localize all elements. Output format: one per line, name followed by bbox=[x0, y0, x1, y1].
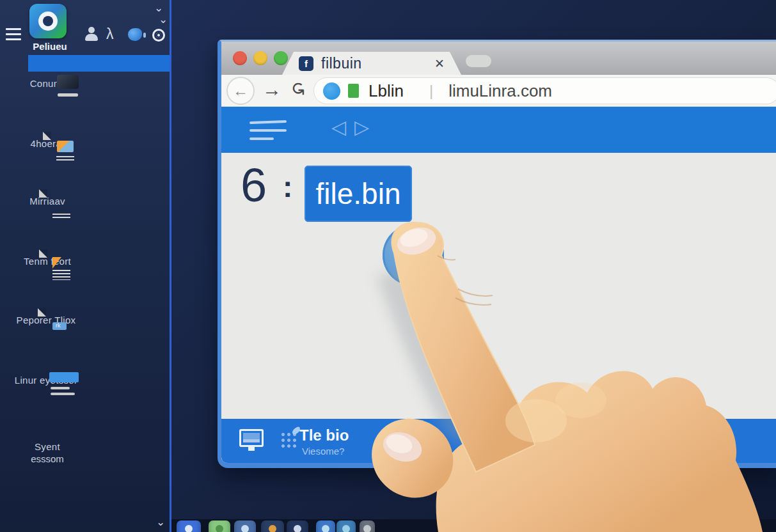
minimize-window-button[interactable] bbox=[253, 51, 267, 65]
target-icon[interactable] bbox=[152, 29, 165, 42]
tab-close-icon[interactable]: ✕ bbox=[434, 56, 445, 71]
maximize-window-button[interactable] bbox=[274, 51, 288, 65]
forward-button[interactable]: → bbox=[262, 79, 281, 100]
chevron-down-icon[interactable]: ⌄ bbox=[154, 5, 163, 12]
cursor-icon[interactable]: λ bbox=[106, 26, 114, 43]
desktop-icon-syent-esssom[interactable]: Syent esssom bbox=[0, 426, 99, 464]
app-launcher-icon bbox=[29, 4, 67, 38]
address-bar[interactable]: Lblin | limuLinra.com bbox=[313, 77, 776, 104]
sidebar-divider bbox=[170, 0, 171, 532]
location-drop-icon[interactable] bbox=[128, 28, 142, 41]
tab-favicon: f bbox=[299, 56, 313, 71]
desktop-icon-label: Mirriaav bbox=[0, 196, 99, 207]
menu-icon[interactable] bbox=[6, 28, 21, 43]
touch-point-indicator[interactable] bbox=[383, 224, 444, 286]
desktop-icon-label: Conunast bbox=[0, 78, 102, 89]
site-square-icon bbox=[348, 84, 359, 98]
previous-page-icon[interactable]: ◁ bbox=[331, 116, 346, 138]
file-bin-chip[interactable]: file.bin bbox=[305, 166, 412, 222]
desktop-icon-label: Linur eyetsser bbox=[0, 375, 97, 386]
refresh-button[interactable]: ↻ bbox=[287, 81, 308, 96]
statusbar-subtitle: Viesome? bbox=[302, 446, 344, 457]
app-launcher-label: Peliueu bbox=[29, 41, 70, 52]
next-page-icon[interactable]: ▷ bbox=[354, 116, 369, 138]
back-button[interactable]: ← bbox=[226, 77, 255, 105]
taskbar bbox=[171, 519, 776, 532]
browser-window: f filbuin ✕ ← → ↻ Lblin | limuLinra.com … bbox=[218, 40, 776, 468]
hamburger-menu-icon[interactable] bbox=[249, 121, 287, 146]
list-colon: : bbox=[283, 169, 292, 204]
taskbar-app-green-leaf[interactable] bbox=[209, 520, 230, 532]
desktop-icon-mirriaav[interactable]: Mirriaav bbox=[0, 180, 99, 207]
desktop-icon-label-line2: esssom bbox=[0, 453, 99, 464]
taskbar-app-teal[interactable] bbox=[337, 520, 356, 532]
desktop-icon-peporer-tliox[interactable]: Peporer Tliox bbox=[0, 299, 97, 325]
desktop-icon-label: 4hoerave bbox=[0, 138, 102, 149]
desktop-screen: Peliueu λ ⌄ ⌄ Conunast 4hoerave Mirriaav… bbox=[0, 0, 776, 532]
chevron-down-icon[interactable]: ⌄ bbox=[156, 519, 165, 526]
chevron-down-icon[interactable]: ⌄ bbox=[159, 17, 168, 23]
desktop-icon-label: Syent bbox=[0, 441, 99, 452]
taskbar-app-screenshot[interactable] bbox=[234, 520, 256, 532]
address-separator: | bbox=[429, 82, 433, 100]
person-icon[interactable] bbox=[84, 27, 99, 41]
browser-tab[interactable]: f filbuin ✕ bbox=[282, 52, 461, 75]
close-window-button[interactable] bbox=[233, 51, 247, 65]
tab-title: filbuin bbox=[321, 55, 362, 72]
taskbar-app-outline-ring[interactable] bbox=[287, 520, 308, 532]
new-tab-button[interactable] bbox=[466, 55, 491, 67]
taskbar-app-blue-cone[interactable] bbox=[316, 520, 335, 532]
desktop-icon-label: Tenm feort bbox=[0, 256, 99, 267]
sidebar: Peliueu λ ⌄ ⌄ Conunast 4hoerave Mirriaav… bbox=[0, 0, 170, 532]
grid-dots-icon bbox=[280, 432, 297, 450]
desktop-icon-label: Peporer Tliox bbox=[0, 315, 97, 325]
desktop-icon-tenm-feort[interactable]: Tenm feort bbox=[0, 240, 99, 267]
address-toolbar: ← → ↻ Lblin | limuLinra.com bbox=[221, 75, 776, 107]
taskbar-app-orange-swirl[interactable] bbox=[261, 520, 284, 532]
taskbar-app-blue-swirl[interactable] bbox=[177, 520, 201, 532]
site-name: Lblin bbox=[368, 81, 404, 101]
desktop-icon-linur-eyetsser[interactable]: Linur eyetsser bbox=[0, 359, 97, 386]
desktop-icon-4hoerave[interactable]: 4hoerave bbox=[0, 123, 102, 149]
app-launcher[interactable]: Peliueu bbox=[29, 4, 74, 52]
page-toolbar: ◁ ▷ bbox=[221, 107, 776, 153]
taskbar-app-gray-gear[interactable] bbox=[360, 520, 375, 532]
page-content: 6 : file.bin bbox=[221, 153, 776, 419]
window-titlebar[interactable]: f filbuin ✕ bbox=[221, 42, 776, 75]
monitor-icon bbox=[239, 429, 264, 447]
address-url: limuLinra.com bbox=[448, 81, 552, 101]
statusbar-title: Tle bio bbox=[299, 426, 349, 444]
list-index: 6 bbox=[241, 158, 267, 212]
site-circle-icon bbox=[323, 82, 340, 100]
desktop-icon-conunast[interactable]: Conunast bbox=[0, 60, 102, 89]
window-statusbar: Tle bio Viesome? bbox=[221, 419, 776, 464]
